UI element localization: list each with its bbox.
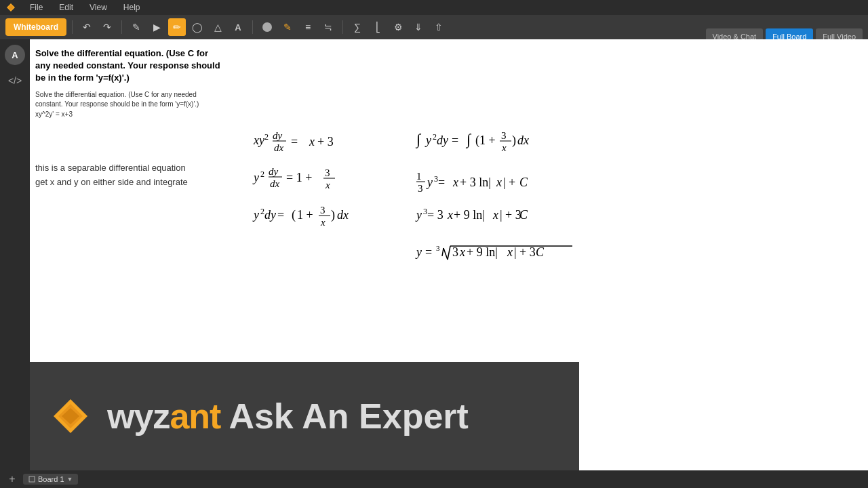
svg-rect-77	[29, 476, 35, 482]
code-icon[interactable]: </>	[5, 70, 25, 91]
toolbar-separator-4	[342, 20, 343, 34]
add-board-button[interactable]: +	[5, 472, 19, 486]
main-layout: A </> Solve the differential equation. (…	[0, 39, 868, 470]
svg-text:x: x	[507, 245, 513, 259]
toolbar-separator-2	[121, 20, 122, 34]
svg-text:x: x	[452, 176, 458, 189]
wyz-text: wyz	[107, 396, 170, 436]
svg-text:2: 2	[260, 169, 264, 179]
svg-text:C: C	[536, 245, 545, 259]
wyzant-wordmark: wyzant	[107, 396, 220, 436]
svg-text:): )	[512, 134, 516, 148]
draw-button[interactable]: ✎	[127, 18, 145, 36]
board-tab[interactable]: Board 1 ▼	[23, 474, 78, 485]
svg-text:= 3: = 3	[427, 208, 443, 222]
upload-button[interactable]: ⇧	[430, 18, 448, 36]
board-tab-icon	[28, 476, 35, 483]
svg-text:y: y	[415, 208, 422, 222]
sigma-button[interactable]: ∑	[349, 18, 366, 36]
board-tab-label: Board 1	[38, 475, 64, 483]
svg-text:3: 3	[320, 205, 326, 216]
svg-text:y: y	[252, 171, 259, 184]
wyzant-logo-diamond	[50, 396, 91, 436]
svg-text:1: 1	[416, 171, 422, 182]
color-picker[interactable]	[258, 18, 276, 36]
svg-text:dx: dx	[274, 142, 284, 153]
math-formulas: .math { font-family: 'Times New Roman', …	[64, 114, 606, 290]
whiteboard-button[interactable]: Whiteboard	[5, 18, 66, 36]
svg-text:dy: dy	[437, 134, 448, 147]
svg-text:(: (	[292, 208, 296, 222]
svg-text:3: 3	[501, 130, 507, 141]
svg-text:∫: ∫	[465, 131, 472, 148]
svg-line-64	[442, 248, 443, 256]
svg-text:x: x	[447, 208, 453, 222]
svg-text:x: x	[459, 245, 465, 259]
svg-text:xy: xy	[253, 134, 264, 147]
svg-text:+ 3: + 3	[317, 135, 334, 148]
undo-button[interactable]: ↶	[78, 18, 96, 36]
settings-button[interactable]: ⚙	[389, 18, 407, 36]
list-button[interactable]: ≡	[299, 18, 317, 36]
menu-bar: File Edit View Help	[0, 0, 868, 15]
svg-text:3: 3	[418, 183, 423, 194]
svg-text:| + 3: | + 3	[514, 245, 536, 259]
svg-text:): )	[331, 208, 335, 222]
svg-text:C: C	[519, 208, 528, 222]
svg-text:| + 3: | + 3	[500, 208, 521, 222]
graph-button[interactable]: ⎣	[369, 18, 387, 36]
svg-text:x: x	[492, 208, 498, 222]
svg-text:y: y	[252, 208, 259, 222]
text-button[interactable]: A	[229, 18, 247, 36]
redo-button[interactable]: ↷	[98, 18, 116, 36]
ask-expert-text: Ask An Expert	[229, 396, 469, 436]
export-button[interactable]: ⇓	[410, 18, 427, 36]
svg-text:y: y	[415, 245, 422, 259]
shape-button[interactable]: △	[209, 18, 226, 36]
svg-text:(1 +: (1 +	[475, 134, 496, 148]
menu-help[interactable]: Help	[121, 1, 143, 14]
select-button[interactable]: ▶	[148, 18, 165, 36]
svg-text:∫: ∫	[415, 131, 422, 148]
svg-text:x: x	[496, 176, 502, 189]
board-tab-arrow: ▼	[67, 476, 73, 483]
highlighter-button[interactable]: ✎	[279, 18, 296, 36]
numbered-list-button[interactable]: ≒	[319, 18, 337, 36]
svg-text:3: 3	[325, 167, 330, 178]
svg-text:=: =	[277, 208, 284, 222]
svg-text:dx: dx	[517, 134, 529, 147]
menu-edit[interactable]: Edit	[56, 1, 76, 14]
svg-text:dy: dy	[273, 130, 283, 141]
svg-text:1 +: 1 +	[297, 208, 313, 222]
bottom-bar: + Board 1 ▼	[0, 470, 868, 488]
toolbar-separator-1	[72, 20, 73, 34]
svg-text:x: x	[309, 135, 315, 148]
svg-text:x: x	[501, 142, 507, 153]
app-logo	[5, 2, 16, 13]
menu-view[interactable]: View	[87, 1, 110, 14]
svg-line-65	[443, 248, 448, 260]
problem-small-text: Solve the differential equation. (Use C …	[35, 90, 225, 109]
svg-text:=: =	[438, 176, 445, 189]
ant-text: ant	[170, 396, 220, 436]
menu-file[interactable]: File	[27, 1, 45, 14]
svg-line-66	[448, 246, 450, 260]
svg-text:=: =	[425, 245, 432, 259]
svg-text:y: y	[425, 134, 431, 147]
svg-text:| +: | +	[503, 176, 515, 189]
eraser-button[interactable]: ◯	[189, 18, 206, 36]
svg-text:=: =	[452, 134, 458, 147]
pen-button[interactable]: ✏	[168, 18, 186, 36]
svg-text:= 1 +: = 1 +	[286, 171, 312, 184]
svg-text:3: 3	[436, 244, 440, 252]
left-sidebar: A </>	[0, 39, 30, 470]
svg-text:2: 2	[264, 132, 269, 142]
problem-text-block: Solve the differential equation. (Use C …	[35, 47, 225, 118]
svg-text:y: y	[426, 176, 433, 189]
svg-text:dy: dy	[264, 208, 276, 222]
svg-text:=: =	[291, 135, 298, 148]
svg-text:dx: dx	[337, 208, 349, 222]
svg-text:+ 9 ln|: + 9 ln|	[454, 208, 485, 222]
canvas-area[interactable]: Solve the differential equation. (Use C …	[30, 39, 868, 470]
svg-text:+ 3 ln|: + 3 ln|	[460, 176, 491, 189]
